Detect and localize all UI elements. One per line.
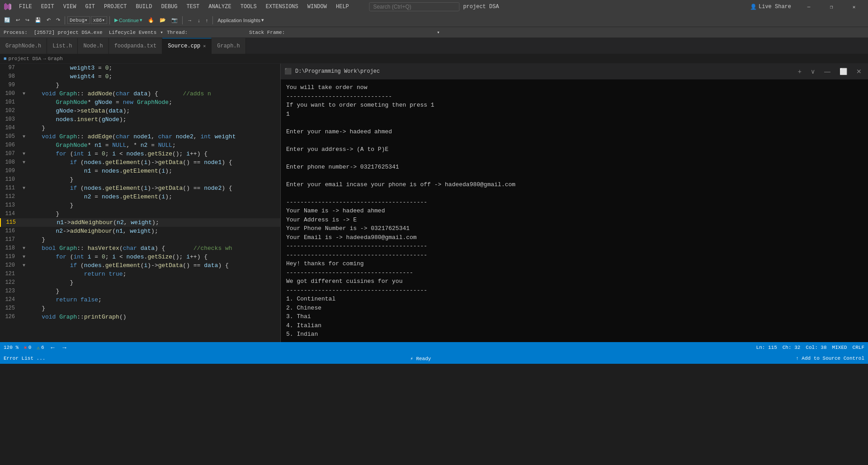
tab-graphnode[interactable]: GraphNode.h: [0, 38, 47, 54]
toolbar-forward-btn[interactable]: ↪: [23, 16, 32, 24]
menu-help[interactable]: HELP: [332, 3, 353, 11]
nav-back-btn[interactable]: ←: [49, 344, 56, 351]
toolbar-undo-btn[interactable]: ↶: [44, 16, 53, 24]
error-list-link[interactable]: Error List ...: [4, 356, 45, 361]
terminal-output: You will take order now ----------------…: [286, 83, 863, 342]
menu-tools[interactable]: TOOLS: [237, 3, 260, 11]
code-line-118: 118 ▼ bool Graph:: hasVertex(char data) …: [0, 244, 280, 253]
toolbar-save-btn[interactable]: 💾: [33, 16, 43, 24]
code-editor[interactable]: 97 weight3 = 0; 98 weight4 = 0; 99 } 100…: [0, 64, 280, 342]
continue-btn[interactable]: ▶ Continue ▾: [112, 16, 145, 24]
main-area: 97 weight3 = 0; 98 weight4 = 0; 99 } 100…: [0, 64, 868, 342]
toolbar-back-btn[interactable]: ↩: [14, 16, 22, 24]
menu-git[interactable]: GIT: [81, 3, 99, 11]
menu-file[interactable]: FILE: [15, 3, 36, 11]
terminal-dropdown-btn[interactable]: ∨: [808, 67, 818, 76]
lifecycle-label[interactable]: Lifecycle Events: [109, 30, 157, 35]
zoom-level[interactable]: 120 %: [4, 345, 19, 350]
breadcrumb: ■ project DSA → Graph: [0, 54, 868, 64]
app-insights-btn[interactable]: Application Insights ▾: [215, 16, 266, 24]
menu-analyze[interactable]: ANALYZE: [205, 3, 235, 11]
stack-frame-value: [288, 32, 433, 33]
thread-label: Thread:: [167, 30, 188, 35]
menu-test[interactable]: TEST: [183, 3, 203, 11]
menu-project[interactable]: PROJECT: [100, 3, 130, 11]
nav-fwd-btn[interactable]: →: [61, 344, 67, 351]
tab-list[interactable]: List.h: [47, 38, 78, 54]
terminal-maximize-btn[interactable]: ⬜: [837, 67, 850, 76]
step-into-btn[interactable]: ↓: [195, 16, 203, 24]
terminal-minimize-btn[interactable]: —: [821, 67, 833, 76]
menu-build[interactable]: BUILD: [132, 3, 156, 11]
minimize-btn[interactable]: —: [798, 0, 819, 14]
terminal-new-btn[interactable]: +: [795, 67, 804, 76]
code-line-107: 107 ▼ for (int i = 0; i < nodes.getSize(…: [0, 150, 280, 158]
error-icon: ✖: [24, 345, 27, 351]
code-line-109: 109 n1 = nodes.getElement(i);: [0, 167, 280, 175]
line-ending-indicator[interactable]: CRLF: [853, 345, 864, 350]
tab-node-label: Node.h: [83, 43, 103, 49]
warning-count[interactable]: ⚠ 6: [37, 345, 44, 351]
code-line-121: 121 return true;: [0, 270, 280, 278]
ch-indicator: Ch: 32: [783, 345, 801, 350]
tab-source-label: Source.cpp: [168, 43, 200, 49]
tab-node[interactable]: Node.h: [78, 38, 108, 54]
tab-source-close[interactable]: ✕: [203, 43, 206, 49]
code-line-102: 102 gNode->setData(data);: [0, 107, 280, 115]
snapshot-btn[interactable]: 📷: [169, 16, 180, 24]
breadcrumb-project[interactable]: project DSA: [9, 56, 42, 61]
code-line-117: 117 }: [0, 235, 280, 244]
close-btn[interactable]: ✕: [844, 0, 864, 14]
error-count[interactable]: ✖ 0: [24, 345, 31, 351]
title-left: FILE EDIT VIEW GIT PROJECT BUILD DEBUG T…: [4, 3, 353, 11]
toolbar-redo-btn[interactable]: ↷: [54, 16, 62, 24]
code-line-120: 120 ▼ if (nodes.getElement(i)->getData()…: [0, 261, 280, 270]
code-line-100: 100 ▼ void Graph:: addNode(char data) { …: [0, 89, 280, 98]
tab-graph[interactable]: Graph.h: [212, 38, 245, 54]
toolbar-sep-2: [109, 16, 110, 24]
menu-extensions[interactable]: EXTENSIONS: [262, 3, 302, 11]
tab-foodpanda[interactable]: foodpanda.txt: [109, 38, 163, 54]
tab-bar: GraphNode.h List.h Node.h foodpanda.txt …: [0, 38, 868, 54]
code-line-115: 115 n1->addNeighbour(n2, weight);: [0, 218, 280, 227]
source-control-btn[interactable]: ↑ Add to Source Control: [796, 356, 864, 361]
code-line-104: 104 }: [0, 124, 280, 132]
menu-edit[interactable]: EDIT: [38, 3, 58, 11]
ready-status: ⚡ Ready: [410, 356, 431, 362]
encoding-indicator[interactable]: MIXED: [832, 345, 847, 350]
maximize-btn[interactable]: ❐: [821, 0, 842, 14]
toolbar-sep-4: [212, 16, 213, 24]
menu-view[interactable]: VIEW: [60, 3, 80, 11]
person-icon: 👤: [750, 4, 757, 10]
stack-frame-expand[interactable]: ▾: [437, 29, 440, 35]
code-line-110: 110 }: [0, 175, 280, 184]
terminal-content[interactable]: You will take order now ----------------…: [281, 80, 868, 342]
code-line-123: 123 }: [0, 287, 280, 296]
platform-dropdown[interactable]: x86 ▾: [91, 16, 107, 24]
menu-debug[interactable]: DEBUG: [157, 3, 181, 11]
toolbar-new-btn[interactable]: 🔄: [2, 16, 13, 24]
tab-source[interactable]: Source.cpp ✕: [162, 38, 212, 54]
breadcrumb-icon: ■: [4, 56, 7, 61]
stop-btn[interactable]: 🔥: [146, 16, 156, 24]
breadcrumb-file[interactable]: Graph: [48, 56, 63, 61]
process-value: [25572] project DSA.exe: [31, 29, 105, 36]
search-input[interactable]: [369, 2, 459, 11]
live-share-btn[interactable]: 👤 Live Share: [746, 3, 795, 11]
toolbar-sep-1: [65, 16, 65, 24]
step-over-btn[interactable]: →: [185, 16, 194, 24]
restart-btn[interactable]: 📂: [157, 16, 168, 24]
terminal-close-btn[interactable]: ✕: [854, 67, 864, 76]
code-line-111: 111 ▼ if (nodes.getElement(i)->getData()…: [0, 184, 280, 193]
code-line-119: 119 ▼ for (int i = 0; i < nodes.getSize(…: [0, 253, 280, 261]
title-app-name: project DSA: [463, 4, 499, 10]
code-line-101: 101 GraphNode* gNode = new GraphNode;: [0, 98, 280, 107]
step-out-btn[interactable]: ↑: [203, 16, 211, 24]
menu-window[interactable]: WINDOW: [304, 3, 330, 11]
process-label: Process:: [4, 30, 28, 35]
terminal-title: D:\Programming Work\projec: [295, 68, 792, 75]
code-line-112: 112 n2 = nodes.getElement(i);: [0, 193, 280, 201]
code-line-105: 105 ▼ void Graph:: addEdge(char node1, c…: [0, 132, 280, 141]
col-indicator: Col: 38: [806, 345, 826, 350]
debug-config-dropdown[interactable]: Debug ▾: [67, 16, 90, 24]
